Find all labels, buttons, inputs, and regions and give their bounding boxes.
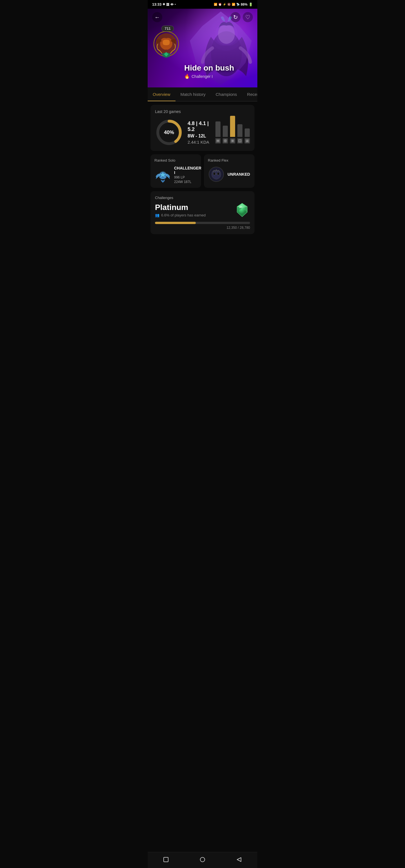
bar-4 (237, 124, 242, 137)
challenges-left: Platinum 👥 6.6% of players has earned (155, 203, 206, 217)
kda-stats: 4.8 | 4.1 | 5.2 8W - 12L 2.44:1 KDA (187, 121, 211, 145)
profile-info: Hide on bush 🔥 Challenger I (184, 64, 257, 79)
profile-name: Hide on bush (184, 64, 257, 72)
svg-point-18 (213, 172, 215, 175)
champion-bar-chart (215, 121, 250, 144)
ranked-solo-emblem (154, 166, 171, 183)
progress-label: 12,350 / 28,780 (227, 226, 250, 230)
android-home-button[interactable] (197, 855, 208, 865)
ranked-flex-emblem (208, 166, 225, 183)
kda-record: 8W - 12L (187, 133, 211, 138)
time-display: 13:33 (152, 2, 162, 6)
android-back-button[interactable] (234, 855, 244, 865)
players-text: 6.6% of players has earned (161, 213, 206, 217)
challenges-players: 👥 6.6% of players has earned (155, 213, 206, 217)
ranked-solo-content: CHALLENGER I 996 LP 224W 187L (154, 166, 197, 184)
svg-point-1 (218, 24, 235, 44)
rank-number: 711 (162, 26, 174, 31)
champ-icon-4 (237, 138, 243, 144)
status-dot: • (175, 3, 176, 6)
ranked-flex-card: Ranked Flex UNRANKED (204, 154, 255, 188)
stats-row: 40% 4.8 | 4.1 | 5.2 8W - 12L 2.44:1 KDA (155, 118, 250, 147)
back-button[interactable]: ← (152, 12, 162, 22)
svg-rect-13 (238, 139, 242, 143)
bar-group-1 (215, 121, 221, 144)
svg-marker-28 (237, 858, 241, 862)
bar-group-3 (230, 116, 235, 144)
android-square-button[interactable] (161, 855, 171, 865)
ranked-row: Ranked Solo CHALLENGER I (150, 154, 255, 188)
ranked-flex-label: Ranked Flex (208, 158, 251, 162)
tab-champions[interactable]: Champions (211, 87, 242, 101)
challenges-tier: Platinum (155, 203, 206, 212)
rank-flame-icon: 🔥 (184, 74, 190, 79)
bottom-nav (148, 852, 257, 868)
top-navigation: ← ↻ ♡ (148, 12, 257, 22)
ranked-flex-info: UNRANKED (228, 172, 250, 177)
rank-badge: 711 (152, 26, 183, 62)
svg-point-27 (200, 857, 205, 862)
status-right-icons: 📶 ⏰ ⚡ 🔇 📶 📡 86% 🔋 (214, 3, 253, 6)
status-bar: 13:33 ❄ 🖼 👁 • 📶 ⏰ ⚡ 🔇 📶 📡 86% 🔋 (148, 0, 257, 9)
progress-numbers: 12,350 / 28,780 (155, 226, 250, 230)
ranked-flex-content: UNRANKED (208, 166, 251, 183)
tabs-container: Overview Match history Champions Recent … (148, 87, 257, 101)
battery-percent: 86% (241, 3, 248, 6)
kda-ratio: 2.44:1 KDA (187, 140, 211, 145)
bar-1 (215, 121, 221, 137)
svg-rect-26 (164, 857, 168, 862)
ranked-solo-tier: CHALLENGER I (174, 166, 201, 175)
kda-numbers: 4.8 | 4.1 | 5.2 (187, 121, 211, 132)
ranked-solo-record: 224W 187L (174, 180, 201, 184)
svg-point-19 (217, 172, 220, 175)
bar-group-2 (223, 126, 228, 144)
sim-icon: 📶 (214, 3, 217, 6)
signal-icon: 📡 (236, 3, 240, 6)
champ-icon-5 (244, 138, 250, 144)
main-content: Last 20 games 40% 4.8 | 4.1 | 5.2 8W - 1… (148, 105, 257, 260)
rank-badge-circle: 711 (152, 26, 183, 62)
rank-emblem-svg (152, 28, 180, 59)
challenges-section: Challenges Platinum 👥 6.6% of players ha… (150, 191, 255, 234)
favorite-button[interactable]: ♡ (243, 12, 253, 22)
rank-title: Challenger I (192, 74, 213, 79)
bar-5 (245, 128, 250, 137)
status-icon-3: 👁 (170, 3, 174, 6)
bar-3 (230, 116, 235, 137)
bluetooth-icon: ⚡ (223, 3, 226, 6)
bar-2 (223, 126, 228, 137)
svg-point-2 (215, 23, 238, 45)
bar-group-4 (237, 124, 243, 144)
status-time: 13:33 ❄ 🖼 👁 • (152, 2, 176, 6)
wifi-icon: 📶 (232, 3, 235, 6)
platinum-gem-icon (234, 202, 250, 218)
bar-group-5 (244, 128, 250, 144)
tab-recent-stats[interactable]: Recent statis (242, 87, 257, 101)
last-20-games-card: Last 20 games 40% 4.8 | 4.1 | 5.2 8W - 1… (150, 105, 255, 151)
challenges-label: Challenges (155, 196, 250, 200)
ranked-solo-card: Ranked Solo CHALLENGER I (150, 154, 201, 188)
tab-overview[interactable]: Overview (148, 87, 175, 101)
tab-match-history[interactable]: Match history (175, 87, 211, 101)
nav-right-buttons: ↻ ♡ (230, 12, 253, 22)
refresh-button[interactable]: ↻ (230, 12, 240, 22)
winrate-donut: 40% (155, 118, 183, 147)
status-icon-1: ❄ (163, 3, 165, 6)
hero-banner: ← ↻ ♡ 711 (148, 9, 257, 87)
alarm-icon: ⏰ (218, 3, 222, 6)
champ-icon-2 (223, 138, 228, 144)
mute-icon: 🔇 (227, 3, 231, 6)
battery-icon: 🔋 (249, 3, 253, 6)
ranked-solo-info: CHALLENGER I 996 LP 224W 187L (174, 166, 201, 184)
status-icon-2: 🖼 (166, 3, 169, 6)
champ-icon-3 (230, 138, 235, 144)
svg-point-3 (209, 17, 243, 51)
ranked-flex-tier: UNRANKED (228, 172, 250, 177)
last-20-title: Last 20 games (155, 110, 250, 114)
players-icon: 👥 (155, 213, 160, 217)
ranked-solo-label: Ranked Solo (154, 158, 197, 162)
ranked-solo-lp: 996 LP (174, 176, 201, 179)
progress-bar-container (155, 222, 250, 224)
challenges-row: Platinum 👥 6.6% of players has earned (155, 202, 250, 218)
progress-bar-fill (155, 222, 196, 224)
